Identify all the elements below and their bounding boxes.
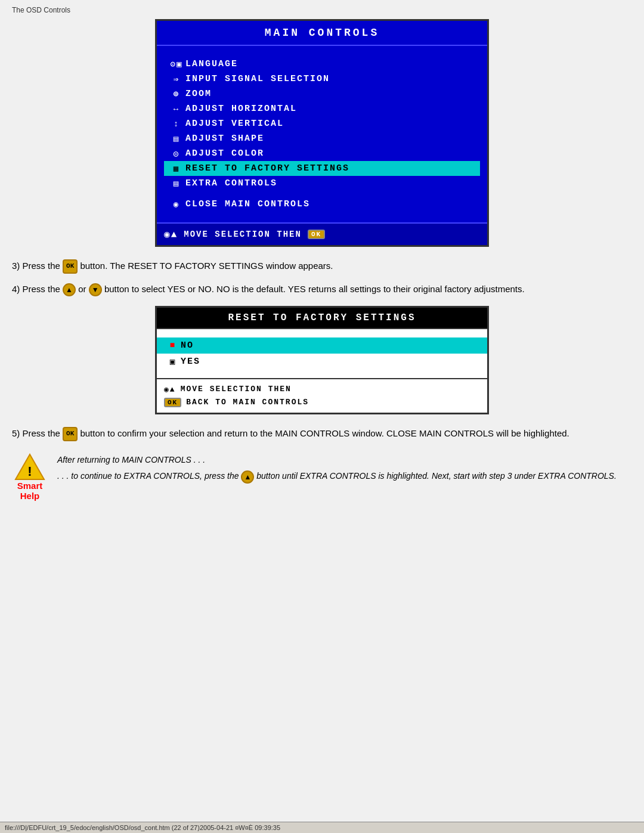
language-icon: ⚙▣ bbox=[168, 59, 185, 69]
menu-item-input-signal[interactable]: ⇒ INPUT SIGNAL SELECTION bbox=[164, 72, 480, 86]
close-label: CLOSE MAIN CONTROLS bbox=[185, 199, 476, 209]
smart-help-icon: ! Smart Help bbox=[12, 453, 48, 501]
adjust-shape-icon: ▤ bbox=[168, 134, 185, 144]
ok-back-icon: OK bbox=[164, 398, 181, 407]
input-signal-label: INPUT SIGNAL SELECTION bbox=[185, 74, 476, 84]
main-controls-header: MAIN CONTROLS bbox=[157, 21, 487, 46]
back-text: BACK TO MAIN CONTROLS bbox=[186, 398, 309, 407]
reset-label: RESET TO FACTORY SETTINGS bbox=[185, 163, 476, 174]
step3-text: 3) Press the OK button. The RESET TO FAC… bbox=[12, 259, 632, 274]
adjust-h-icon: ↔ bbox=[168, 104, 185, 114]
step4-prefix: 4) Press the bbox=[12, 284, 63, 294]
step5-prefix: 5) Press the bbox=[12, 428, 63, 438]
smart-help-text: After returning to MAIN CONTROLS . . . .… bbox=[57, 453, 617, 484]
up-button-icon2: ▲ bbox=[241, 470, 254, 484]
extra-controls-icon: ▤ bbox=[168, 178, 185, 188]
step4-or: or bbox=[78, 284, 89, 294]
menu-item-language[interactable]: ⚙▣ LANGUAGE bbox=[164, 57, 480, 72]
input-signal-icon: ⇒ bbox=[168, 74, 185, 84]
adjust-shape-label: ADJUST SHAPE bbox=[185, 134, 476, 144]
up-button-icon: ▲ bbox=[63, 283, 76, 296]
move-sel-text: MOVE SELECTION THEN bbox=[181, 385, 292, 394]
ok-button-icon2: OK bbox=[63, 427, 78, 441]
footer-text: MOVE SELECTION THEN bbox=[184, 230, 302, 239]
adjust-v-label: ADJUST VERTICAL bbox=[185, 119, 476, 129]
reset-item-yes[interactable]: ▣ YES bbox=[157, 354, 487, 370]
main-controls-menu: MAIN CONTROLS ⚙▣ LANGUAGE ⇒ INPUT SIGNAL… bbox=[155, 19, 489, 247]
smart-help-section: ! Smart Help After returning to MAIN CON… bbox=[12, 453, 632, 501]
yes-label: YES bbox=[181, 357, 479, 367]
menu-item-zoom[interactable]: ⊕ ZOOM bbox=[164, 86, 480, 101]
menu-item-reset[interactable]: ▦ RESET TO FACTORY SETTINGS bbox=[164, 161, 480, 176]
close-icon: ◉ bbox=[168, 199, 185, 209]
zoom-icon: ⊕ bbox=[168, 89, 185, 99]
down-button-icon: ▼ bbox=[89, 283, 102, 296]
warning-triangle-icon: ! bbox=[14, 453, 45, 481]
move-icon: ◉▲ bbox=[164, 228, 178, 240]
smart-text-suffix: button until EXTRA CONTROLS is highlight… bbox=[256, 471, 617, 481]
footer-line2: OK BACK TO MAIN CONTROLS bbox=[164, 396, 480, 409]
ok-button-icon: OK bbox=[63, 259, 78, 274]
smart-text-prefix: . . . to continue to EXTRA CONTROLS, pre… bbox=[57, 471, 241, 481]
no-icon: ■ bbox=[165, 340, 181, 350]
menu-item-adjust-shape[interactable]: ▤ ADJUST SHAPE bbox=[164, 131, 480, 146]
reset-factory-menu: RESET TO FACTORY SETTINGS ■ NO ▣ YES ◉▲ … bbox=[155, 306, 489, 414]
reset-icon: ▦ bbox=[168, 163, 185, 174]
menu-item-close[interactable]: ◉ CLOSE MAIN CONTROLS bbox=[164, 197, 480, 212]
step4-suffix: button to select YES or NO. NO is the de… bbox=[104, 284, 525, 294]
step3-suffix: button. The RESET TO FACTORY SETTINGS wi… bbox=[80, 261, 333, 271]
no-label: NO bbox=[181, 340, 479, 351]
page-title: The OSD Controls bbox=[12, 6, 632, 14]
svg-text:!: ! bbox=[27, 464, 32, 479]
zoom-label: ZOOM bbox=[185, 89, 476, 99]
step5-text: 5) Press the OK button to confirm your s… bbox=[12, 426, 632, 441]
reset-item-no[interactable]: ■ NO bbox=[157, 337, 487, 354]
language-label: LANGUAGE bbox=[185, 59, 476, 69]
extra-controls-label: EXTRA CONTROLS bbox=[185, 178, 476, 188]
smart-label: Smart bbox=[17, 481, 43, 491]
main-controls-footer: ◉▲ MOVE SELECTION THEN OK bbox=[157, 222, 487, 245]
help-label: Help bbox=[20, 491, 40, 501]
step5-suffix: button to confirm your selection and ret… bbox=[80, 428, 569, 438]
step4-text: 4) Press the ▲ or ▼ button to select YES… bbox=[12, 282, 632, 296]
ok-icon: OK bbox=[308, 230, 325, 239]
footer-line1: ◉▲ MOVE SELECTION THEN bbox=[164, 383, 480, 396]
reset-factory-header: RESET TO FACTORY SETTINGS bbox=[157, 308, 487, 329]
menu-item-adjust-vertical[interactable]: ↕ ADJUST VERTICAL bbox=[164, 116, 480, 131]
step3-prefix: 3) Press the bbox=[12, 261, 63, 271]
status-text: file:///D|/EDFU/crt_19_5/edoc/english/OS… bbox=[5, 824, 280, 831]
adjust-color-label: ADJUST COLOR bbox=[185, 148, 476, 159]
adjust-h-label: ADJUST HORIZONTAL bbox=[185, 104, 476, 114]
reset-factory-footer: ◉▲ MOVE SELECTION THEN OK BACK TO MAIN C… bbox=[157, 378, 487, 413]
status-bar: file:///D|/EDFU/crt_19_5/edoc/english/OS… bbox=[0, 822, 644, 833]
adjust-v-icon: ↕ bbox=[168, 119, 185, 129]
yes-icon: ▣ bbox=[165, 357, 181, 367]
reset-factory-body: ■ NO ▣ YES bbox=[157, 329, 487, 378]
after-return-text: After returning to MAIN CONTROLS . . . bbox=[57, 453, 617, 467]
menu-item-adjust-color[interactable]: ◎ ADJUST COLOR bbox=[164, 146, 480, 161]
menu-item-adjust-horizontal[interactable]: ↔ ADJUST HORIZONTAL bbox=[164, 101, 480, 116]
adjust-color-icon: ◎ bbox=[168, 148, 185, 159]
main-controls-body: ⚙▣ LANGUAGE ⇒ INPUT SIGNAL SELECTION ⊕ Z… bbox=[157, 46, 487, 222]
menu-item-extra-controls[interactable]: ▤ EXTRA CONTROLS bbox=[164, 176, 480, 191]
move-sel-icon: ◉▲ bbox=[164, 385, 176, 394]
